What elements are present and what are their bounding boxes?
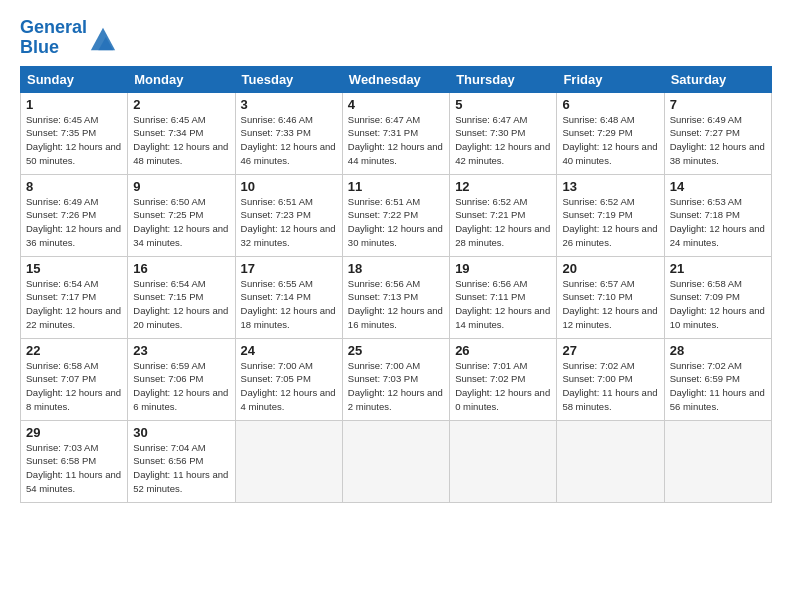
calendar-day-cell <box>450 420 557 502</box>
day-number: 15 <box>26 261 122 276</box>
day-info: Sunrise: 6:47 AMSunset: 7:31 PMDaylight:… <box>348 113 444 168</box>
day-info: Sunrise: 6:49 AMSunset: 7:27 PMDaylight:… <box>670 113 766 168</box>
header-saturday: Saturday <box>664 66 771 92</box>
calendar-day-cell: 27 Sunrise: 7:02 AMSunset: 7:00 PMDaylig… <box>557 338 664 420</box>
day-number: 16 <box>133 261 229 276</box>
calendar-day-cell: 21 Sunrise: 6:58 AMSunset: 7:09 PMDaylig… <box>664 256 771 338</box>
day-info: Sunrise: 6:52 AMSunset: 7:21 PMDaylight:… <box>455 195 551 250</box>
calendar-day-cell <box>235 420 342 502</box>
calendar-day-cell: 30 Sunrise: 7:04 AMSunset: 6:56 PMDaylig… <box>128 420 235 502</box>
day-info: Sunrise: 7:01 AMSunset: 7:02 PMDaylight:… <box>455 359 551 414</box>
day-info: Sunrise: 6:46 AMSunset: 7:33 PMDaylight:… <box>241 113 337 168</box>
calendar-day-cell: 20 Sunrise: 6:57 AMSunset: 7:10 PMDaylig… <box>557 256 664 338</box>
calendar-day-cell: 6 Sunrise: 6:48 AMSunset: 7:29 PMDayligh… <box>557 92 664 174</box>
calendar-header-row: Sunday Monday Tuesday Wednesday Thursday… <box>21 66 772 92</box>
day-number: 29 <box>26 425 122 440</box>
day-number: 8 <box>26 179 122 194</box>
day-number: 3 <box>241 97 337 112</box>
day-info: Sunrise: 6:54 AMSunset: 7:15 PMDaylight:… <box>133 277 229 332</box>
day-info: Sunrise: 6:45 AMSunset: 7:35 PMDaylight:… <box>26 113 122 168</box>
header-tuesday: Tuesday <box>235 66 342 92</box>
calendar-day-cell: 25 Sunrise: 7:00 AMSunset: 7:03 PMDaylig… <box>342 338 449 420</box>
header: GeneralBlue <box>20 18 772 58</box>
header-friday: Friday <box>557 66 664 92</box>
day-number: 2 <box>133 97 229 112</box>
logo-icon <box>89 24 117 52</box>
header-sunday: Sunday <box>21 66 128 92</box>
day-info: Sunrise: 6:56 AMSunset: 7:11 PMDaylight:… <box>455 277 551 332</box>
day-info: Sunrise: 6:52 AMSunset: 7:19 PMDaylight:… <box>562 195 658 250</box>
day-number: 1 <box>26 97 122 112</box>
day-number: 4 <box>348 97 444 112</box>
day-number: 28 <box>670 343 766 358</box>
day-number: 12 <box>455 179 551 194</box>
day-info: Sunrise: 6:50 AMSunset: 7:25 PMDaylight:… <box>133 195 229 250</box>
day-info: Sunrise: 7:00 AMSunset: 7:05 PMDaylight:… <box>241 359 337 414</box>
day-info: Sunrise: 7:03 AMSunset: 6:58 PMDaylight:… <box>26 441 122 496</box>
day-info: Sunrise: 6:57 AMSunset: 7:10 PMDaylight:… <box>562 277 658 332</box>
day-info: Sunrise: 6:59 AMSunset: 7:06 PMDaylight:… <box>133 359 229 414</box>
calendar-day-cell: 8 Sunrise: 6:49 AMSunset: 7:26 PMDayligh… <box>21 174 128 256</box>
day-number: 20 <box>562 261 658 276</box>
calendar-week-row: 8 Sunrise: 6:49 AMSunset: 7:26 PMDayligh… <box>21 174 772 256</box>
calendar-day-cell: 4 Sunrise: 6:47 AMSunset: 7:31 PMDayligh… <box>342 92 449 174</box>
day-info: Sunrise: 6:56 AMSunset: 7:13 PMDaylight:… <box>348 277 444 332</box>
day-info: Sunrise: 6:49 AMSunset: 7:26 PMDaylight:… <box>26 195 122 250</box>
calendar-day-cell: 23 Sunrise: 6:59 AMSunset: 7:06 PMDaylig… <box>128 338 235 420</box>
day-number: 14 <box>670 179 766 194</box>
calendar-day-cell: 19 Sunrise: 6:56 AMSunset: 7:11 PMDaylig… <box>450 256 557 338</box>
calendar-day-cell: 17 Sunrise: 6:55 AMSunset: 7:14 PMDaylig… <box>235 256 342 338</box>
day-info: Sunrise: 7:00 AMSunset: 7:03 PMDaylight:… <box>348 359 444 414</box>
calendar-day-cell: 11 Sunrise: 6:51 AMSunset: 7:22 PMDaylig… <box>342 174 449 256</box>
day-info: Sunrise: 6:58 AMSunset: 7:07 PMDaylight:… <box>26 359 122 414</box>
calendar-week-row: 29 Sunrise: 7:03 AMSunset: 6:58 PMDaylig… <box>21 420 772 502</box>
calendar-day-cell <box>557 420 664 502</box>
calendar-day-cell: 10 Sunrise: 6:51 AMSunset: 7:23 PMDaylig… <box>235 174 342 256</box>
day-number: 22 <box>26 343 122 358</box>
day-number: 17 <box>241 261 337 276</box>
day-info: Sunrise: 6:51 AMSunset: 7:23 PMDaylight:… <box>241 195 337 250</box>
day-number: 21 <box>670 261 766 276</box>
day-number: 5 <box>455 97 551 112</box>
header-thursday: Thursday <box>450 66 557 92</box>
calendar-day-cell <box>342 420 449 502</box>
day-number: 26 <box>455 343 551 358</box>
day-number: 27 <box>562 343 658 358</box>
calendar-day-cell: 3 Sunrise: 6:46 AMSunset: 7:33 PMDayligh… <box>235 92 342 174</box>
day-number: 10 <box>241 179 337 194</box>
day-number: 7 <box>670 97 766 112</box>
calendar-day-cell: 29 Sunrise: 7:03 AMSunset: 6:58 PMDaylig… <box>21 420 128 502</box>
day-info: Sunrise: 6:51 AMSunset: 7:22 PMDaylight:… <box>348 195 444 250</box>
day-number: 6 <box>562 97 658 112</box>
day-number: 23 <box>133 343 229 358</box>
calendar-day-cell: 24 Sunrise: 7:00 AMSunset: 7:05 PMDaylig… <box>235 338 342 420</box>
page-container: GeneralBlue Sunday Monday Tuesday Wednes… <box>0 0 792 513</box>
day-info: Sunrise: 6:58 AMSunset: 7:09 PMDaylight:… <box>670 277 766 332</box>
calendar-day-cell: 26 Sunrise: 7:01 AMSunset: 7:02 PMDaylig… <box>450 338 557 420</box>
calendar-week-row: 22 Sunrise: 6:58 AMSunset: 7:07 PMDaylig… <box>21 338 772 420</box>
day-number: 18 <box>348 261 444 276</box>
calendar-week-row: 15 Sunrise: 6:54 AMSunset: 7:17 PMDaylig… <box>21 256 772 338</box>
calendar-day-cell <box>664 420 771 502</box>
day-number: 19 <box>455 261 551 276</box>
calendar-day-cell: 28 Sunrise: 7:02 AMSunset: 6:59 PMDaylig… <box>664 338 771 420</box>
day-number: 9 <box>133 179 229 194</box>
day-info: Sunrise: 7:04 AMSunset: 6:56 PMDaylight:… <box>133 441 229 496</box>
logo: GeneralBlue <box>20 18 117 58</box>
calendar-table: Sunday Monday Tuesday Wednesday Thursday… <box>20 66 772 503</box>
day-info: Sunrise: 6:53 AMSunset: 7:18 PMDaylight:… <box>670 195 766 250</box>
day-number: 11 <box>348 179 444 194</box>
calendar-day-cell: 15 Sunrise: 6:54 AMSunset: 7:17 PMDaylig… <box>21 256 128 338</box>
day-info: Sunrise: 7:02 AMSunset: 6:59 PMDaylight:… <box>670 359 766 414</box>
calendar-day-cell: 12 Sunrise: 6:52 AMSunset: 7:21 PMDaylig… <box>450 174 557 256</box>
day-number: 25 <box>348 343 444 358</box>
day-info: Sunrise: 7:02 AMSunset: 7:00 PMDaylight:… <box>562 359 658 414</box>
day-number: 30 <box>133 425 229 440</box>
calendar-day-cell: 1 Sunrise: 6:45 AMSunset: 7:35 PMDayligh… <box>21 92 128 174</box>
day-info: Sunrise: 6:47 AMSunset: 7:30 PMDaylight:… <box>455 113 551 168</box>
calendar-day-cell: 18 Sunrise: 6:56 AMSunset: 7:13 PMDaylig… <box>342 256 449 338</box>
calendar-day-cell: 14 Sunrise: 6:53 AMSunset: 7:18 PMDaylig… <box>664 174 771 256</box>
header-wednesday: Wednesday <box>342 66 449 92</box>
day-number: 24 <box>241 343 337 358</box>
calendar-week-row: 1 Sunrise: 6:45 AMSunset: 7:35 PMDayligh… <box>21 92 772 174</box>
